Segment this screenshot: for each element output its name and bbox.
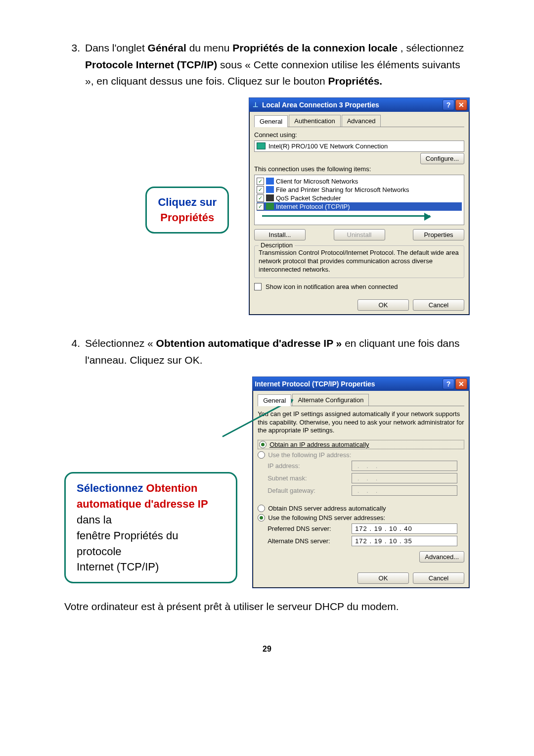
radio-label: Use the following DNS server addresses: <box>268 514 385 521</box>
default-gateway-input: . . . <box>352 485 457 496</box>
description-group: Description Transmission Control Protoco… <box>254 245 464 279</box>
titlebar[interactable]: Internet Protocol (TCP/IP) Properties ? … <box>253 377 469 391</box>
callout-text: Internet (TCP/IP) <box>77 559 225 575</box>
radio-icon[interactable] <box>258 451 265 459</box>
checkbox-icon[interactable]: ✓ <box>257 194 264 202</box>
radio-icon[interactable] <box>258 514 265 521</box>
list-item[interactable]: ✓ Client for Microsoft Networks <box>257 177 462 186</box>
radio-static-ip[interactable]: Use the following IP address: <box>258 451 464 459</box>
callout-text: automatique d'adresse IP <box>77 498 208 510</box>
callout-text: dans la <box>77 514 112 526</box>
tab-advanced[interactable]: Advanced <box>342 115 381 127</box>
figure-2: Sélectionnez Obtention automatique d'adr… <box>64 377 470 589</box>
properties-button[interactable]: Properties <box>413 229 464 240</box>
show-icon-row[interactable]: ✓ Show icon in notification area when co… <box>254 283 464 290</box>
text-bold: Obtention automatique d'adresse IP » <box>156 337 342 349</box>
text-bold: Propriétés. <box>328 75 382 87</box>
step-4-body: Sélectionnez « Obtention automatique d'a… <box>85 335 470 368</box>
show-icon-label: Show icon in notification area when conn… <box>266 283 398 290</box>
dialog-lac-properties: ⊥ Local Area Connection 3 Properties ? ✕… <box>249 97 470 316</box>
client-icon <box>266 178 274 185</box>
help-button[interactable]: ? <box>443 99 454 110</box>
service-icon <box>266 194 274 201</box>
subnet-mask-label: Subnet mask: <box>267 474 352 482</box>
list-item-label: Internet Protocol (TCP/IP) <box>276 203 350 210</box>
help-button[interactable]: ? <box>443 378 454 389</box>
text: Sélectionnez « <box>85 337 156 349</box>
list-item-selected[interactable]: ✓ Internet Protocol (TCP/IP) <box>257 202 462 211</box>
step-3-number: 3. <box>64 40 85 90</box>
service-icon <box>266 186 274 193</box>
callout-text: Sélectionnez <box>77 482 146 494</box>
nic-icon <box>257 142 266 149</box>
list-item-label: Client for Microsoft Networks <box>276 178 358 185</box>
ip-address-label: IP address: <box>267 462 352 470</box>
list-item[interactable]: ✓ QoS Packet Scheduler <box>257 194 462 202</box>
advanced-button[interactable]: Advanced... <box>419 551 464 563</box>
page-number: 29 <box>64 645 470 654</box>
text: du menu <box>189 42 233 53</box>
protocol-icon <box>266 203 274 210</box>
ok-button[interactable]: OK <box>357 572 409 584</box>
description-text: Transmission Control Protocol/Internet P… <box>259 249 460 274</box>
step-3: 3. Dans l'onglet Général du menu Proprié… <box>64 40 470 90</box>
window-title: Local Area Connection 3 Properties <box>262 101 379 109</box>
radio-label: Obtain DNS server address automatically <box>268 505 386 512</box>
adapter-name: Intel(R) PRO/100 VE Network Connection <box>268 142 388 150</box>
tab-general[interactable]: General <box>258 394 291 406</box>
items-listbox[interactable]: ✓ Client for Microsoft Networks ✓ File a… <box>254 175 464 225</box>
tabs: General Authentication Advanced <box>254 115 464 127</box>
install-button[interactable]: Install... <box>254 229 306 240</box>
cancel-button[interactable]: Cancel <box>413 299 464 311</box>
radio-static-dns[interactable]: Use the following DNS server addresses: <box>258 514 464 521</box>
checkbox-icon[interactable]: ✓ <box>254 283 262 290</box>
group-legend: Description <box>259 241 295 249</box>
text-bold: Propriétés de la connexion locale <box>232 42 398 53</box>
tab-authentication[interactable]: Authentication <box>289 115 340 127</box>
step-3-body: Dans l'onglet Général du menu Propriétés… <box>85 40 470 90</box>
callout-text: Obtention <box>146 482 198 494</box>
preferred-dns-label: Preferred DNS server: <box>267 525 352 532</box>
step-4: 4. Sélectionnez « Obtention automatique … <box>64 335 470 368</box>
tab-alternate-configuration[interactable]: Alternate Configuration <box>292 394 369 406</box>
closing-text: Votre ordinateur est à présent prêt à ut… <box>64 598 470 615</box>
radio-auto-ip[interactable]: Obtain an IP address automatically <box>258 440 464 449</box>
text: , sélectionnez <box>400 42 464 53</box>
checkbox-icon[interactable]: ✓ <box>257 178 264 185</box>
text-bold: Général <box>148 42 186 53</box>
close-button[interactable]: ✕ <box>455 378 467 389</box>
dialog-tcpip-properties: Internet Protocol (TCP/IP) Properties ? … <box>252 377 470 589</box>
alternate-dns-label: Alternate DNS server: <box>267 537 352 545</box>
tab-general[interactable]: General <box>254 115 288 127</box>
close-button[interactable]: ✕ <box>455 99 467 110</box>
ip-address-input: . . . <box>352 461 457 471</box>
list-item-label: QoS Packet Scheduler <box>276 194 341 202</box>
adapter-field[interactable]: Intel(R) PRO/100 VE Network Connection <box>254 141 464 152</box>
checkbox-icon[interactable]: ✓ <box>257 203 264 210</box>
list-item-label: File and Printer Sharing for Microsoft N… <box>276 186 409 193</box>
alternate-dns-input[interactable]: 172 . 19 . 10 . 35 <box>352 536 457 546</box>
radio-icon[interactable] <box>258 505 265 512</box>
figure-1: Cliquez sur Propriétés ⊥ Local Area Conn… <box>64 97 470 316</box>
ok-button[interactable]: OK <box>357 299 409 311</box>
radio-auto-dns[interactable]: Obtain DNS server address automatically <box>258 505 464 512</box>
uninstall-button[interactable]: Uninstall <box>334 229 385 240</box>
cancel-button[interactable]: Cancel <box>413 572 464 584</box>
callout-line2: Propriétés <box>158 210 217 226</box>
preferred-dns-input[interactable]: 172 . 19 . 10 . 40 <box>352 523 457 534</box>
titlebar[interactable]: ⊥ Local Area Connection 3 Properties ? ✕ <box>249 98 469 112</box>
radio-icon[interactable] <box>259 441 267 448</box>
radio-label: Obtain an IP address automatically <box>269 441 369 448</box>
intro-text: You can get IP settings assigned automat… <box>258 410 464 435</box>
window-title: Internet Protocol (TCP/IP) Properties <box>255 380 375 388</box>
default-gateway-label: Default gateway: <box>267 487 352 494</box>
checkbox-icon[interactable]: ✓ <box>257 186 264 193</box>
list-item[interactable]: ✓ File and Printer Sharing for Microsoft… <box>257 186 462 194</box>
radio-label: Use the following IP address: <box>268 451 351 459</box>
step-4-number: 4. <box>64 335 85 368</box>
callout-click-properties: Cliquez sur Propriétés <box>145 187 229 234</box>
window-icon: ⊥ <box>251 101 259 109</box>
callout-line1: Cliquez sur <box>158 195 217 210</box>
configure-button[interactable]: Configure... <box>420 153 464 164</box>
items-label: This connection uses the following items… <box>254 165 464 173</box>
